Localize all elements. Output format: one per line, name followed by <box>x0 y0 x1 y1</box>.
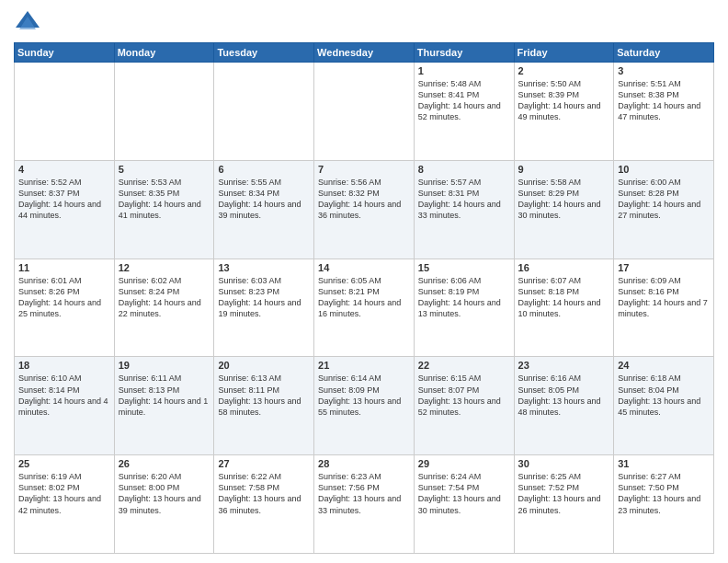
day-number: 25 <box>18 458 110 469</box>
day-info: Sunrise: 6:00 AM Sunset: 8:28 PM Dayligh… <box>618 177 710 222</box>
day-cell: 5Sunrise: 5:53 AM Sunset: 8:35 PM Daylig… <box>114 160 214 259</box>
day-cell: 14Sunrise: 6:05 AM Sunset: 8:21 PM Dayli… <box>314 259 415 357</box>
day-number: 11 <box>18 262 110 273</box>
day-cell: 28Sunrise: 6:23 AM Sunset: 7:56 PM Dayli… <box>314 455 415 554</box>
day-number: 5 <box>119 164 210 175</box>
day-cell: 2Sunrise: 5:50 AM Sunset: 8:39 PM Daylig… <box>514 63 614 161</box>
day-info: Sunrise: 5:58 AM Sunset: 8:29 PM Dayligh… <box>518 177 610 222</box>
week-row-2: 11Sunrise: 6:01 AM Sunset: 8:26 PM Dayli… <box>15 259 714 357</box>
logo-icon <box>14 9 41 35</box>
week-row-4: 25Sunrise: 6:19 AM Sunset: 8:02 PM Dayli… <box>15 455 714 554</box>
day-cell: 27Sunrise: 6:22 AM Sunset: 7:58 PM Dayli… <box>214 455 314 554</box>
day-info: Sunrise: 6:14 AM Sunset: 8:09 PM Dayligh… <box>318 373 410 418</box>
day-info: Sunrise: 5:51 AM Sunset: 8:38 PM Dayligh… <box>618 78 710 123</box>
day-cell <box>214 63 314 161</box>
week-row-3: 18Sunrise: 6:10 AM Sunset: 8:14 PM Dayli… <box>15 357 714 455</box>
weekday-saturday: Saturday <box>614 43 714 63</box>
day-info: Sunrise: 6:15 AM Sunset: 8:07 PM Dayligh… <box>418 373 510 418</box>
day-cell: 4Sunrise: 5:52 AM Sunset: 8:37 PM Daylig… <box>15 160 115 259</box>
day-number: 16 <box>518 262 610 273</box>
day-info: Sunrise: 6:07 AM Sunset: 8:18 PM Dayligh… <box>518 275 610 320</box>
day-cell <box>314 63 415 161</box>
day-cell: 12Sunrise: 6:02 AM Sunset: 8:24 PM Dayli… <box>114 259 214 357</box>
weekday-header-row: SundayMondayTuesdayWednesdayThursdayFrid… <box>15 43 714 63</box>
day-number: 31 <box>618 458 710 469</box>
day-info: Sunrise: 6:18 AM Sunset: 8:04 PM Dayligh… <box>618 373 710 418</box>
weekday-monday: Monday <box>114 43 214 63</box>
day-cell: 22Sunrise: 6:15 AM Sunset: 8:07 PM Dayli… <box>414 357 514 455</box>
day-number: 14 <box>318 262 410 273</box>
day-info: Sunrise: 5:52 AM Sunset: 8:37 PM Dayligh… <box>18 177 110 222</box>
logo <box>14 9 45 35</box>
day-info: Sunrise: 6:06 AM Sunset: 8:19 PM Dayligh… <box>418 275 510 320</box>
day-cell: 6Sunrise: 5:55 AM Sunset: 8:34 PM Daylig… <box>214 160 314 259</box>
day-number: 9 <box>518 164 610 175</box>
day-info: Sunrise: 6:25 AM Sunset: 7:52 PM Dayligh… <box>518 471 610 516</box>
day-cell <box>15 63 115 161</box>
day-cell: 1Sunrise: 5:48 AM Sunset: 8:41 PM Daylig… <box>414 63 514 161</box>
day-number: 13 <box>218 262 310 273</box>
calendar-table: SundayMondayTuesdayWednesdayThursdayFrid… <box>14 42 714 554</box>
day-info: Sunrise: 5:50 AM Sunset: 8:39 PM Dayligh… <box>518 78 610 123</box>
header <box>14 9 714 35</box>
day-info: Sunrise: 6:03 AM Sunset: 8:23 PM Dayligh… <box>218 275 310 320</box>
day-number: 23 <box>518 360 610 371</box>
day-info: Sunrise: 6:02 AM Sunset: 8:24 PM Dayligh… <box>119 275 210 320</box>
day-number: 8 <box>418 164 510 175</box>
weekday-tuesday: Tuesday <box>214 43 314 63</box>
day-cell <box>114 63 214 161</box>
weekday-wednesday: Wednesday <box>314 43 415 63</box>
day-info: Sunrise: 6:20 AM Sunset: 8:00 PM Dayligh… <box>119 471 210 516</box>
day-info: Sunrise: 6:19 AM Sunset: 8:02 PM Dayligh… <box>18 471 110 516</box>
day-cell: 7Sunrise: 5:56 AM Sunset: 8:32 PM Daylig… <box>314 160 415 259</box>
day-info: Sunrise: 6:10 AM Sunset: 8:14 PM Dayligh… <box>18 373 110 418</box>
day-number: 6 <box>218 164 310 175</box>
day-info: Sunrise: 6:16 AM Sunset: 8:05 PM Dayligh… <box>518 373 610 418</box>
day-info: Sunrise: 5:56 AM Sunset: 8:32 PM Dayligh… <box>318 177 410 222</box>
day-number: 4 <box>18 164 110 175</box>
day-cell: 31Sunrise: 6:27 AM Sunset: 7:50 PM Dayli… <box>614 455 714 554</box>
day-number: 10 <box>618 164 710 175</box>
day-number: 1 <box>418 65 510 76</box>
day-number: 21 <box>318 360 410 371</box>
day-cell: 20Sunrise: 6:13 AM Sunset: 8:11 PM Dayli… <box>214 357 314 455</box>
day-number: 12 <box>119 262 210 273</box>
day-cell: 23Sunrise: 6:16 AM Sunset: 8:05 PM Dayli… <box>514 357 614 455</box>
day-info: Sunrise: 5:48 AM Sunset: 8:41 PM Dayligh… <box>418 78 510 123</box>
day-number: 24 <box>618 360 710 371</box>
day-number: 15 <box>418 262 510 273</box>
day-info: Sunrise: 5:55 AM Sunset: 8:34 PM Dayligh… <box>218 177 310 222</box>
day-cell: 11Sunrise: 6:01 AM Sunset: 8:26 PM Dayli… <box>15 259 115 357</box>
day-info: Sunrise: 6:11 AM Sunset: 8:13 PM Dayligh… <box>119 373 210 418</box>
day-cell: 8Sunrise: 5:57 AM Sunset: 8:31 PM Daylig… <box>414 160 514 259</box>
day-cell: 3Sunrise: 5:51 AM Sunset: 8:38 PM Daylig… <box>614 63 714 161</box>
day-number: 17 <box>618 262 710 273</box>
day-number: 30 <box>518 458 610 469</box>
day-info: Sunrise: 6:09 AM Sunset: 8:16 PM Dayligh… <box>618 275 710 320</box>
day-number: 2 <box>518 65 610 76</box>
weekday-thursday: Thursday <box>414 43 514 63</box>
day-cell: 9Sunrise: 5:58 AM Sunset: 8:29 PM Daylig… <box>514 160 614 259</box>
day-info: Sunrise: 6:01 AM Sunset: 8:26 PM Dayligh… <box>18 275 110 320</box>
day-number: 18 <box>18 360 110 371</box>
day-cell: 19Sunrise: 6:11 AM Sunset: 8:13 PM Dayli… <box>114 357 214 455</box>
day-cell: 10Sunrise: 6:00 AM Sunset: 8:28 PM Dayli… <box>614 160 714 259</box>
day-number: 27 <box>218 458 310 469</box>
day-info: Sunrise: 6:05 AM Sunset: 8:21 PM Dayligh… <box>318 275 410 320</box>
day-cell: 30Sunrise: 6:25 AM Sunset: 7:52 PM Dayli… <box>514 455 614 554</box>
day-info: Sunrise: 6:24 AM Sunset: 7:54 PM Dayligh… <box>418 471 510 516</box>
day-cell: 25Sunrise: 6:19 AM Sunset: 8:02 PM Dayli… <box>15 455 115 554</box>
day-number: 19 <box>119 360 210 371</box>
day-cell: 18Sunrise: 6:10 AM Sunset: 8:14 PM Dayli… <box>15 357 115 455</box>
day-cell: 29Sunrise: 6:24 AM Sunset: 7:54 PM Dayli… <box>414 455 514 554</box>
day-cell: 17Sunrise: 6:09 AM Sunset: 8:16 PM Dayli… <box>614 259 714 357</box>
day-info: Sunrise: 6:22 AM Sunset: 7:58 PM Dayligh… <box>218 471 310 516</box>
day-number: 28 <box>318 458 410 469</box>
day-cell: 15Sunrise: 6:06 AM Sunset: 8:19 PM Dayli… <box>414 259 514 357</box>
day-cell: 24Sunrise: 6:18 AM Sunset: 8:04 PM Dayli… <box>614 357 714 455</box>
day-number: 20 <box>218 360 310 371</box>
day-cell: 16Sunrise: 6:07 AM Sunset: 8:18 PM Dayli… <box>514 259 614 357</box>
day-cell: 13Sunrise: 6:03 AM Sunset: 8:23 PM Dayli… <box>214 259 314 357</box>
week-row-0: 1Sunrise: 5:48 AM Sunset: 8:41 PM Daylig… <box>15 63 714 161</box>
day-number: 29 <box>418 458 510 469</box>
